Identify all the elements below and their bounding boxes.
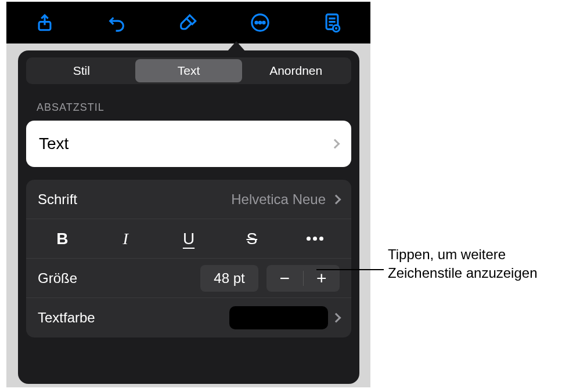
section-label-paragraph-style: ABSATZSTIL — [26, 101, 351, 114]
tab-arrange[interactable]: Anordnen — [242, 59, 350, 82]
size-row: Größe 48 pt − + — [26, 259, 351, 298]
svg-point-4 — [263, 21, 265, 23]
size-increase-button[interactable]: + — [304, 268, 340, 288]
format-tabs: Stil Text Anordnen — [26, 57, 351, 84]
callout-line-2: Zeichenstile anzuzeigen — [388, 264, 574, 282]
popover-caret — [227, 41, 246, 52]
undo-icon[interactable] — [100, 6, 133, 39]
svg-point-7 — [335, 27, 337, 30]
callout-line — [316, 269, 384, 270]
callout-text: Tippen, um weitere Zeichenstile anzuzeig… — [388, 245, 574, 283]
chevron-right-icon — [332, 313, 341, 323]
color-swatch[interactable] — [229, 306, 328, 329]
bold-button[interactable]: B — [31, 219, 94, 258]
more-styles-button[interactable] — [283, 219, 347, 258]
document-mode-icon[interactable] — [316, 6, 348, 39]
strikethrough-button[interactable]: S — [220, 219, 283, 258]
more-icon — [307, 237, 323, 241]
format-popover: Stil Text Anordnen ABSATZSTIL Text Schri… — [18, 50, 359, 384]
svg-point-3 — [260, 21, 261, 23]
size-label: Größe — [38, 270, 77, 286]
paragraph-style-row[interactable]: Text — [26, 121, 351, 167]
chevron-right-icon — [332, 194, 341, 204]
paragraph-style-name: Text — [39, 135, 69, 153]
more-circle-icon[interactable] — [244, 6, 276, 39]
font-row[interactable]: Schrift Helvetica Neue — [26, 180, 351, 219]
underline-button[interactable]: U — [157, 219, 221, 258]
format-buttons-row: B I U S — [26, 219, 351, 259]
text-properties-card: Schrift Helvetica Neue B I U S Größe 48 … — [26, 180, 351, 337]
size-field[interactable]: 48 pt — [200, 265, 258, 292]
italic-button[interactable]: I — [94, 219, 157, 258]
callout-line-1: Tippen, um weitere — [388, 245, 574, 264]
svg-point-2 — [255, 21, 257, 23]
format-icon[interactable] — [172, 6, 204, 39]
font-value: Helvetica Neue — [231, 191, 326, 208]
text-color-label: Textfarbe — [38, 310, 95, 326]
app-window: Stil Text Anordnen ABSATZSTIL Text Schri… — [6, 2, 370, 387]
share-icon[interactable] — [28, 6, 61, 39]
toolbar — [6, 2, 370, 43]
size-decrease-button[interactable]: − — [266, 268, 303, 288]
font-label: Schrift — [38, 191, 77, 208]
tab-text[interactable]: Text — [135, 59, 243, 82]
text-color-row[interactable]: Textfarbe — [26, 298, 351, 337]
tab-style[interactable]: Stil — [28, 59, 135, 82]
chevron-right-icon — [330, 139, 340, 149]
